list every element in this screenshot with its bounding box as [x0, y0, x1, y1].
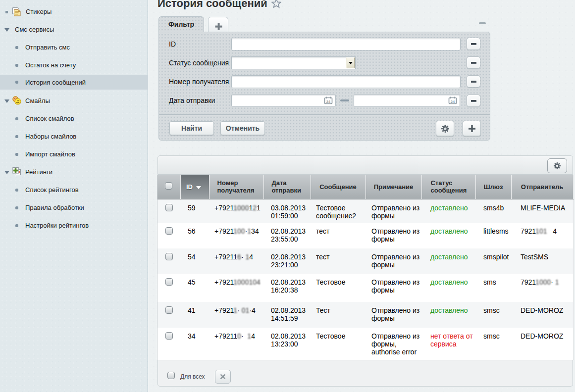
svg-text:24: 24 — [326, 99, 331, 104]
svg-text:24: 24 — [451, 99, 455, 104]
